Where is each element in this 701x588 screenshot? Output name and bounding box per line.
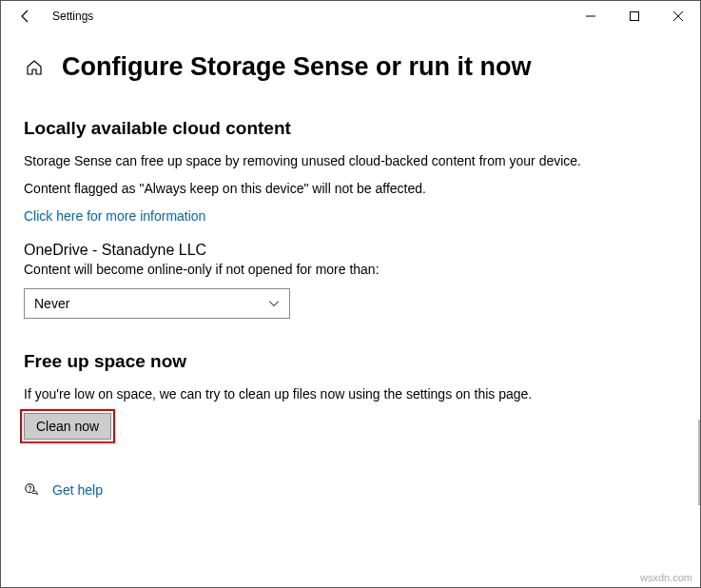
cloud-content-section: Locally available cloud content Storage … [24,118,677,319]
window-title: Settings [52,10,93,23]
page-header: Configure Storage Sense or run it now [1,31,700,91]
minimize-button[interactable] [569,2,613,30]
window-controls [569,2,700,30]
get-help-link[interactable]: Get help [52,482,103,498]
maximize-button[interactable] [613,2,656,30]
more-info-link[interactable]: Click here for more information [24,208,205,224]
help-icon [24,481,41,499]
content-area: Locally available cloud content Storage … [1,91,700,440]
back-button[interactable] [12,3,39,29]
page-title: Configure Storage Sense or run it now [62,52,532,82]
watermark: wsxdn.com [640,572,692,583]
cloud-description-2: Content flagged as "Always keep on this … [24,180,677,198]
cloud-description-1: Storage Sense can free up space by remov… [24,152,677,170]
close-button[interactable] [656,2,700,30]
help-row: Get help [1,481,700,518]
onedrive-account-name: OneDrive - Stanadyne LLC [24,242,677,259]
title-bar: Settings [1,1,700,31]
threshold-label: Content will become online-only if not o… [24,262,677,277]
freeup-heading: Free up space now [24,351,677,372]
svg-point-5 [29,490,30,491]
chevron-down-icon [268,297,280,310]
cloud-heading: Locally available cloud content [24,118,677,139]
threshold-dropdown[interactable]: Never [24,288,290,319]
clean-now-button[interactable]: Clean now [24,413,111,440]
freeup-section: Free up space now If you're low on space… [24,351,677,440]
scrollbar[interactable] [698,420,700,505]
home-icon[interactable] [24,57,45,78]
svg-rect-1 [631,12,639,21]
freeup-description: If you're low on space, we can try to cl… [24,385,677,403]
threshold-value: Never [34,296,69,311]
